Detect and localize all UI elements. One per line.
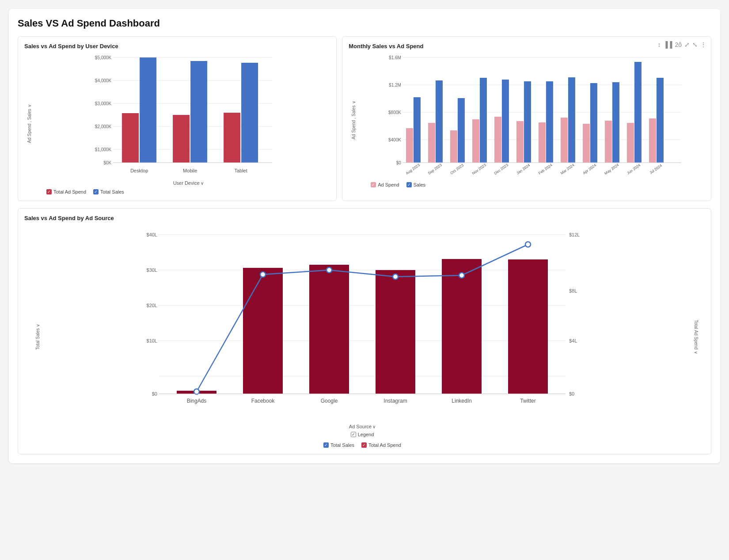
svg-text:Google: Google: [321, 398, 338, 404]
svg-rect-47: [568, 77, 575, 163]
dashboard-title: Sales VS Ad Spend Dashboard: [18, 18, 711, 29]
svg-text:$0K: $0K: [103, 160, 111, 165]
data-icon[interactable]: 2ô: [675, 41, 682, 48]
svg-point-92: [327, 267, 332, 273]
left-chart-y-axis-label: Ad Spend , Sales ∨: [27, 104, 32, 143]
svg-text:$20L: $20L: [147, 303, 157, 308]
svg-rect-48: [583, 124, 590, 163]
svg-text:$10L: $10L: [147, 338, 157, 343]
svg-rect-35: [436, 80, 443, 163]
svg-rect-36: [450, 130, 457, 163]
svg-text:Instagram: Instagram: [383, 398, 407, 404]
svg-text:$0: $0: [152, 391, 157, 396]
svg-text:$400K: $400K: [388, 137, 401, 142]
svg-text:Twitter: Twitter: [520, 398, 535, 404]
svg-text:$2,000K: $2,000K: [95, 124, 112, 129]
svg-text:$40L: $40L: [147, 232, 157, 237]
bottom-y-left-label: Total Sales ∨: [35, 324, 40, 350]
right-chart-y-axis-label: Ad Spend , Sales ∨: [351, 101, 356, 139]
right-chart-svg: $1.6M $1.2M $800K $400K $0: [371, 53, 700, 177]
svg-rect-38: [472, 119, 479, 163]
svg-text:Aug 2023: Aug 2023: [405, 163, 421, 175]
svg-text:Feb 2024: Feb 2024: [538, 163, 553, 175]
svg-text:May 2024: May 2024: [604, 163, 620, 176]
svg-text:Tablet: Tablet: [234, 168, 247, 173]
bottom-legend-total-sales: ✓ Total Sales: [323, 442, 354, 448]
svg-rect-85: [243, 268, 283, 394]
svg-rect-51: [612, 82, 619, 163]
svg-rect-17: [241, 63, 258, 163]
svg-rect-88: [442, 259, 482, 394]
svg-rect-37: [458, 98, 465, 163]
svg-rect-87: [376, 270, 415, 394]
sort-icon[interactable]: ↕: [658, 41, 661, 48]
svg-text:$30L: $30L: [147, 267, 157, 273]
bottom-y-right-label: Total Ad Spend ∨: [694, 319, 699, 354]
svg-text:$1.2M: $1.2M: [389, 83, 401, 88]
svg-rect-13: [140, 57, 156, 163]
bar-chart-icon[interactable]: ▐▐: [664, 41, 672, 48]
more-icon[interactable]: ⋮: [700, 41, 706, 48]
svg-rect-54: [649, 118, 656, 163]
bottom-legend-header: ✓ Legend: [351, 432, 374, 437]
svg-text:$0: $0: [569, 391, 574, 396]
bottom-chart-legend: ✓ Total Sales ✓ Total Ad Spend: [323, 442, 401, 448]
chart-toolbar[interactable]: ↕ ▐▐ 2ô ⤢ ⤡ ⋮: [658, 41, 706, 48]
svg-rect-14: [173, 115, 190, 163]
svg-text:Desktop: Desktop: [130, 168, 148, 173]
right-legend-adspend: ✓ Ad Spend: [371, 182, 399, 187]
dashboard-container: Sales VS Ad Spend Dashboard Sales vs Ad …: [9, 9, 720, 463]
svg-rect-53: [634, 62, 642, 163]
svg-text:$5,000K: $5,000K: [95, 55, 112, 60]
bottom-chart-panel: Sales vs Ad Spend by Ad Source Total Sal…: [18, 208, 711, 454]
svg-text:Facebook: Facebook: [251, 398, 275, 404]
svg-text:$0: $0: [396, 160, 402, 165]
fullscreen-icon[interactable]: ⤡: [692, 41, 698, 48]
bottom-chart-title: Sales vs Ad Spend by Ad Source: [24, 215, 705, 221]
bottom-chart-x-label: Ad Source ∨: [51, 424, 674, 429]
svg-text:Oct 2023: Oct 2023: [449, 163, 464, 175]
legend-item-ad-spend: ✓ Total Ad Spend: [46, 189, 86, 194]
svg-rect-89: [508, 259, 548, 394]
svg-point-93: [393, 274, 398, 279]
svg-text:$1,000K: $1,000K: [95, 147, 112, 152]
svg-point-94: [459, 273, 464, 278]
svg-text:Jan 2024: Jan 2024: [516, 163, 531, 175]
svg-rect-12: [122, 113, 139, 163]
svg-text:Mobile: Mobile: [183, 168, 197, 173]
left-chart-svg: $5,000K $4,000K $3,000K $2,000K $1,000K …: [46, 53, 330, 177]
svg-text:Apr 2024: Apr 2024: [582, 163, 597, 175]
legend-item-sales: ✓ Total Sales: [93, 189, 124, 194]
svg-rect-45: [546, 81, 553, 163]
svg-text:LinkedIn: LinkedIn: [452, 398, 471, 404]
svg-rect-39: [480, 78, 487, 163]
svg-rect-50: [605, 121, 612, 163]
svg-text:Sep 2023: Sep 2023: [427, 163, 443, 175]
svg-text:$4,000K: $4,000K: [95, 78, 112, 83]
svg-rect-32: [406, 128, 413, 163]
svg-rect-55: [657, 78, 664, 163]
right-chart-legend: ✓ Ad Spend ✓ Sales: [371, 182, 700, 187]
svg-text:$1.6M: $1.6M: [389, 55, 401, 60]
svg-text:Nov 2023: Nov 2023: [471, 163, 487, 175]
svg-rect-41: [502, 80, 509, 163]
export-icon[interactable]: ⤢: [684, 41, 690, 48]
svg-rect-44: [539, 122, 546, 163]
left-chart-panel: Sales vs Ad Spend by User Device Ad Spen…: [18, 36, 337, 201]
svg-text:$8L: $8L: [569, 288, 577, 293]
svg-text:Jun 2024: Jun 2024: [626, 163, 642, 175]
left-chart-x-label: User Device ∨: [46, 180, 330, 186]
svg-text:Dec 2023: Dec 2023: [494, 163, 509, 175]
svg-rect-42: [516, 121, 524, 163]
svg-point-95: [525, 242, 531, 247]
svg-rect-43: [524, 81, 531, 163]
svg-text:BingAds: BingAds: [187, 398, 207, 404]
bottom-chart-svg: $40L $30L $20L $10L $0 $12L $8L $4L $0: [51, 226, 674, 420]
svg-rect-49: [590, 83, 597, 163]
svg-rect-34: [428, 123, 435, 163]
right-chart-title: Monthly Sales vs Ad Spend: [349, 43, 705, 50]
svg-text:Jul 2024: Jul 2024: [649, 163, 663, 175]
svg-rect-40: [494, 117, 501, 163]
svg-text:Mar 2024: Mar 2024: [560, 163, 575, 175]
bottom-legend-total-adspend: ✓ Total Ad Spend: [361, 442, 401, 448]
